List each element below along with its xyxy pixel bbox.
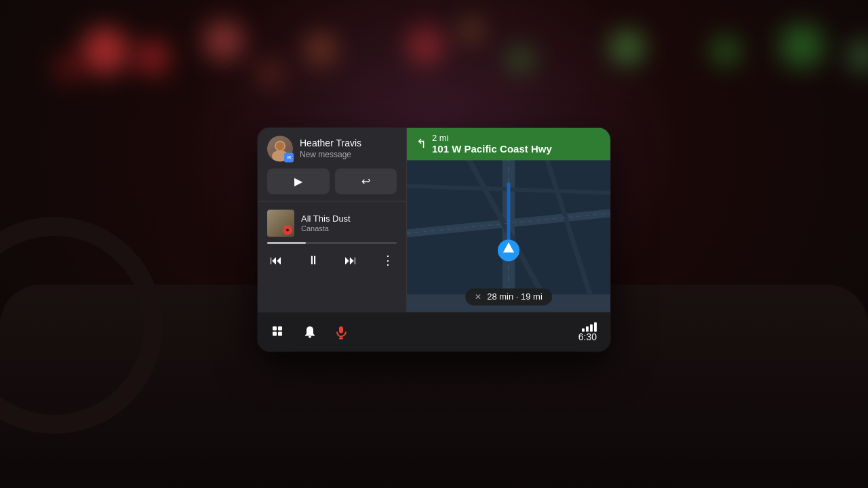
message-header: ✉ Heather Travis New message	[267, 136, 397, 161]
eta-bar: ✕ 28 min · 19 mi	[465, 288, 552, 305]
message-card: ✉ Heather Travis New message ▶ ↩	[258, 127, 406, 201]
nav-info: 2 mi 101 W Pacific Coast Hwy	[432, 133, 552, 155]
nav-bar: ↰ 2 mi 101 W Pacific Coast Hwy	[407, 127, 610, 160]
signal-bar-2	[586, 326, 589, 331]
bokeh-light	[81, 27, 129, 75]
nav-street: 101 W Pacific Coast Hwy	[432, 143, 552, 155]
music-progress-fill	[267, 242, 306, 243]
bokeh-light	[136, 41, 170, 75]
notifications-button[interactable]	[302, 325, 317, 340]
bokeh-light	[407, 27, 444, 64]
reply-icon: ↩	[361, 175, 370, 188]
eta-distance-value: 19 mi	[521, 291, 542, 302]
bokeh-light	[780, 24, 824, 68]
voice-button[interactable]	[334, 325, 349, 340]
avatar-wrapper: ✉	[267, 136, 293, 161]
artist-name: Canasta	[301, 225, 397, 233]
bokeh-light	[203, 20, 244, 61]
bokeh-light	[610, 30, 644, 64]
next-track-button[interactable]: ⏭	[342, 251, 359, 270]
left-panel: ✉ Heather Travis New message ▶ ↩	[258, 127, 407, 312]
message-info: Heather Travis New message	[300, 138, 397, 159]
signal-row	[582, 322, 597, 331]
play-icon: ▶	[294, 175, 302, 188]
bell-icon	[302, 325, 317, 340]
nav-distance: 2 mi	[432, 133, 552, 143]
eta-time: 28 min · 19 mi	[487, 291, 542, 302]
play-message-button[interactable]: ▶	[267, 168, 330, 194]
message-actions: ▶ ↩	[267, 168, 397, 194]
bokeh-light	[258, 61, 281, 85]
message-type-icon: ✉	[287, 155, 292, 161]
bottom-bar: 6:30	[258, 312, 610, 351]
album-art	[267, 209, 294, 237]
signal-bar-4	[594, 322, 597, 331]
apps-grid-icon	[271, 325, 286, 340]
sender-name: Heather Travis	[300, 138, 397, 149]
svg-rect-17	[278, 331, 282, 336]
eta-time-value: 28 min	[487, 291, 513, 302]
turn-direction-icon: ↰	[416, 136, 427, 151]
music-progress-bar	[267, 242, 397, 243]
time-display: 6:30	[578, 331, 597, 342]
eta-close-button[interactable]: ✕	[475, 292, 481, 302]
svg-rect-14	[273, 326, 277, 330]
signal-bars	[582, 322, 597, 331]
status-area: 6:30	[578, 322, 597, 342]
microphone-icon	[334, 325, 349, 340]
track-name: All This Dust	[301, 214, 397, 224]
bokeh-light	[461, 20, 481, 41]
bokeh-light	[509, 47, 532, 71]
pause-button[interactable]: ⏸	[304, 251, 322, 270]
svg-rect-15	[278, 326, 282, 330]
apps-button[interactable]	[271, 325, 286, 340]
bokeh-light	[305, 34, 336, 64]
svg-rect-16	[273, 331, 277, 336]
message-badge: ✉	[284, 152, 294, 162]
reply-button[interactable]: ↩	[335, 168, 397, 194]
bokeh-light	[54, 54, 81, 81]
bokeh-light	[848, 41, 868, 71]
svg-point-2	[276, 142, 284, 150]
eta-separator: ·	[516, 291, 521, 302]
map-panel: ↰ 2 mi 101 W Pacific Coast Hwy ✕ 28 min …	[407, 127, 610, 312]
bokeh-light	[712, 37, 739, 64]
music-controls: ⏮ ⏸ ⏭ ⋮	[267, 250, 397, 270]
music-info: All This Dust Canasta	[301, 214, 397, 233]
bottom-left-icons	[271, 325, 349, 340]
message-label: New message	[300, 150, 397, 159]
signal-bar-3	[590, 324, 593, 331]
android-auto-display: ✉ Heather Travis New message ▶ ↩	[258, 127, 610, 351]
more-options-button[interactable]: ⋮	[379, 250, 397, 270]
display-content: ✉ Heather Travis New message ▶ ↩	[258, 127, 610, 312]
music-card: All This Dust Canasta ⏮ ⏸ ⏭ ⋮	[258, 201, 406, 312]
svg-rect-19	[339, 326, 343, 333]
record-badge	[283, 225, 292, 235]
prev-track-button[interactable]: ⏮	[267, 251, 285, 270]
music-header: All This Dust Canasta	[267, 209, 397, 237]
svg-rect-18	[309, 336, 311, 338]
